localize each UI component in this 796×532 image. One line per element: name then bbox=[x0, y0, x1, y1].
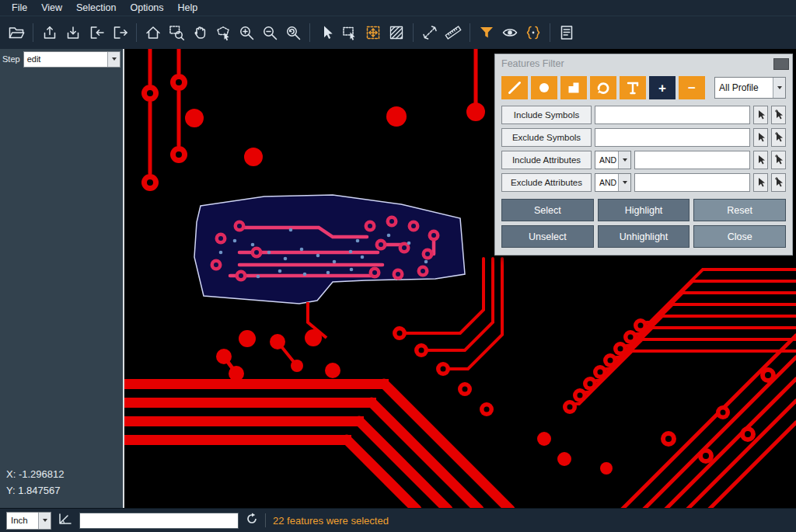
open-folder-icon[interactable] bbox=[5, 21, 28, 44]
main-area: Step edit X: -1.296812 Y: 1.847567 bbox=[0, 49, 796, 508]
coordinate-y: Y: 1.847567 bbox=[6, 482, 123, 499]
exclude-symbols-row: Exclude Symbols bbox=[501, 128, 786, 147]
home-icon[interactable] bbox=[141, 21, 165, 44]
select-button[interactable]: Select bbox=[501, 199, 594, 221]
units-dropdown-button[interactable] bbox=[38, 513, 51, 529]
dialog-title: Features Filter bbox=[501, 58, 564, 69]
show-eye-icon[interactable] bbox=[498, 21, 522, 44]
measure-line-icon[interactable] bbox=[418, 21, 442, 44]
include-attributes-pick-add-button[interactable] bbox=[771, 151, 786, 169]
menu-help[interactable]: Help bbox=[171, 0, 205, 16]
dialog-titlebar[interactable]: Features Filter bbox=[495, 54, 792, 73]
toolbar-separator bbox=[413, 23, 414, 42]
import-left-icon[interactable] bbox=[85, 21, 108, 44]
chevron-down-icon bbox=[112, 57, 117, 61]
dialog-tool-row: + − All Profile bbox=[495, 73, 792, 106]
step-label: Step bbox=[2, 54, 20, 64]
remove-filter-button[interactable]: − bbox=[679, 76, 705, 99]
menu-view[interactable]: View bbox=[34, 0, 69, 16]
step-row: Step edit bbox=[0, 49, 123, 69]
profile-value: All Profile bbox=[715, 82, 773, 93]
pointer-icon[interactable] bbox=[315, 21, 338, 44]
pattern-fill-icon[interactable] bbox=[385, 21, 408, 44]
exclude-attributes-input[interactable] bbox=[634, 173, 750, 192]
export-top-icon[interactable] bbox=[38, 21, 61, 44]
step-dropdown-button[interactable] bbox=[107, 52, 120, 67]
menu-options[interactable]: Options bbox=[123, 0, 170, 16]
unselect-button[interactable]: Unselect bbox=[501, 225, 594, 248]
import-top-icon[interactable] bbox=[61, 21, 85, 44]
coordinate-x: X: -1.296812 bbox=[6, 466, 123, 482]
step-value: edit bbox=[24, 54, 107, 64]
include-symbols-pick-button[interactable] bbox=[753, 106, 768, 124]
lasso-select-icon[interactable] bbox=[211, 21, 235, 44]
highlight-button[interactable]: Highlight bbox=[598, 199, 690, 221]
profile-dropdown-button[interactable] bbox=[773, 78, 785, 98]
toolbar-separator bbox=[33, 23, 33, 42]
exclude-symbols-pick-button[interactable] bbox=[753, 128, 768, 147]
exclude-symbols-label[interactable]: Exclude Symbols bbox=[501, 128, 592, 147]
canvas-area: Features Filter + − All Profile bbox=[124, 49, 796, 508]
exclude-attributes-pick-button[interactable] bbox=[753, 173, 768, 192]
exclude-symbols-input[interactable] bbox=[595, 128, 750, 147]
select-area-icon[interactable] bbox=[338, 21, 361, 44]
units-value: Inch bbox=[7, 516, 38, 525]
exclude-symbols-pick-add-button[interactable] bbox=[771, 128, 786, 147]
unhighlight-button[interactable]: Unhighlight bbox=[598, 225, 690, 248]
layer-sidebar: Step edit X: -1.296812 Y: 1.847567 bbox=[0, 49, 124, 508]
zoom-out-icon[interactable] bbox=[258, 21, 281, 44]
dialog-close-button[interactable] bbox=[773, 58, 789, 70]
include-attributes-input[interactable] bbox=[634, 151, 750, 169]
report-list-icon[interactable] bbox=[555, 21, 578, 44]
measure-ruler-icon[interactable] bbox=[442, 21, 465, 44]
refresh-icon[interactable] bbox=[246, 513, 258, 528]
include-attributes-row: Include Attributes AND bbox=[501, 151, 786, 169]
zoom-in-icon[interactable] bbox=[235, 21, 258, 44]
exclude-attributes-operator-select[interactable]: AND bbox=[595, 173, 631, 192]
zoom-window-icon[interactable] bbox=[165, 21, 188, 44]
text-tool-button[interactable] bbox=[620, 76, 646, 99]
close-button[interactable]: Close bbox=[693, 225, 786, 248]
step-select[interactable]: edit bbox=[23, 51, 120, 68]
pan-hand-icon[interactable] bbox=[188, 21, 211, 44]
chevron-down-icon bbox=[623, 181, 627, 184]
chevron-down-icon bbox=[623, 158, 627, 162]
units-select[interactable]: Inch bbox=[6, 512, 51, 530]
surface-tool-button[interactable] bbox=[560, 76, 587, 99]
add-filter-button[interactable]: + bbox=[649, 76, 676, 99]
menu-file[interactable]: File bbox=[5, 0, 34, 16]
dialog-buttons: Select Highlight Reset Unselect Unhighli… bbox=[495, 196, 792, 255]
exclude-attributes-row: Exclude Attributes AND bbox=[501, 173, 786, 192]
zoom-reset-icon[interactable] bbox=[281, 21, 305, 44]
include-symbols-input[interactable] bbox=[595, 106, 750, 124]
chevron-down-icon bbox=[777, 86, 782, 89]
exclude-attributes-label[interactable]: Exclude Attributes bbox=[501, 173, 592, 192]
toolbar bbox=[0, 16, 796, 49]
include-symbols-row: Include Symbols bbox=[501, 106, 786, 124]
attributes-icon[interactable] bbox=[522, 21, 545, 44]
pad-tool-button[interactable] bbox=[531, 76, 557, 99]
include-attributes-label[interactable]: Include Attributes bbox=[501, 151, 592, 169]
toolbar-separator bbox=[309, 23, 310, 42]
arc-tool-button[interactable] bbox=[590, 76, 616, 99]
toolbar-separator bbox=[550, 23, 550, 42]
menu-selection[interactable]: Selection bbox=[69, 0, 123, 16]
include-attributes-pick-button[interactable] bbox=[753, 151, 768, 169]
toolbar-separator bbox=[470, 23, 470, 42]
statusbar-separator bbox=[265, 513, 266, 527]
reset-button[interactable]: Reset bbox=[693, 199, 786, 221]
exclude-attributes-pick-add-button[interactable] bbox=[771, 173, 786, 192]
line-tool-button[interactable] bbox=[501, 76, 528, 99]
features-filter-dialog: Features Filter + − All Profile bbox=[494, 54, 793, 256]
move-selection-icon[interactable] bbox=[361, 21, 385, 44]
menubar: File View Selection Options Help bbox=[0, 0, 796, 16]
features-filter-icon[interactable] bbox=[475, 21, 498, 44]
include-symbols-pick-add-button[interactable] bbox=[771, 106, 786, 124]
toolbar-separator bbox=[136, 23, 137, 42]
export-right-icon[interactable] bbox=[108, 21, 131, 44]
include-symbols-label[interactable]: Include Symbols bbox=[501, 106, 592, 124]
angle-measure-icon[interactable] bbox=[58, 513, 72, 528]
profile-select[interactable]: All Profile bbox=[714, 77, 786, 99]
command-input[interactable] bbox=[79, 513, 239, 529]
include-attributes-operator-select[interactable]: AND bbox=[595, 151, 631, 169]
